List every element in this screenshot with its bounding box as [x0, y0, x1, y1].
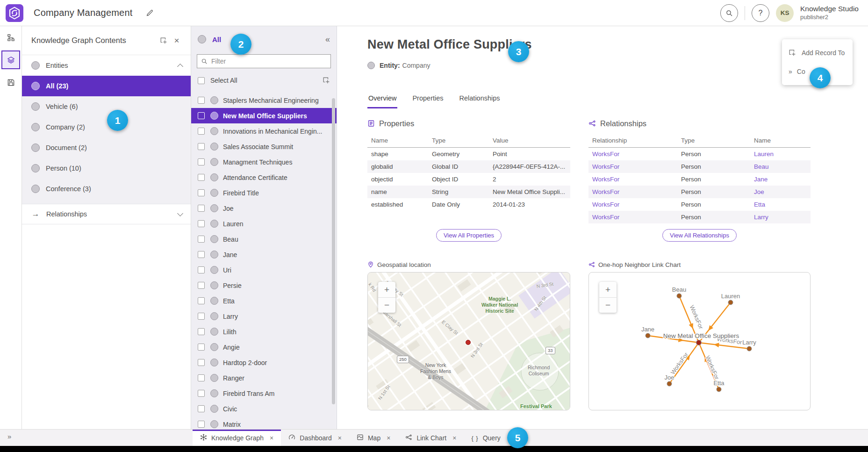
entity-type-row[interactable]: All (23) — [22, 76, 191, 96]
list-item-checkbox[interactable] — [198, 344, 205, 351]
search-button[interactable] — [720, 4, 738, 22]
map-marker-icon[interactable] — [466, 340, 471, 345]
list-item[interactable]: Hardtop 2-door — [191, 355, 337, 370]
link-chart-node[interactable] — [717, 387, 721, 392]
link-chart-center-node[interactable] — [696, 340, 702, 345]
list-item-checkbox[interactable] — [198, 220, 205, 227]
close-panel-button[interactable]: × — [170, 34, 183, 47]
tab-close-icon[interactable]: × — [452, 434, 456, 442]
list-item[interactable]: Attendance Certificate — [191, 170, 337, 185]
list-item-checkbox[interactable] — [198, 390, 205, 397]
bottom-tab-map[interactable]: Map× — [349, 430, 398, 446]
list-item-checkbox[interactable] — [198, 158, 205, 165]
bottom-tab-dashboard[interactable]: Dashboard× — [281, 430, 349, 446]
tab-close-icon[interactable]: × — [387, 434, 390, 442]
tab-properties[interactable]: Properties — [411, 92, 444, 108]
relationships-section-header[interactable]: → Relationships — [22, 204, 191, 224]
link-chart-node[interactable] — [646, 333, 650, 338]
list-item-checkbox[interactable] — [198, 251, 205, 258]
filter-box[interactable] — [197, 54, 331, 68]
entity-type-row[interactable]: Vehicle (6) — [22, 96, 191, 117]
list-item-checkbox[interactable] — [198, 143, 205, 150]
list-item-checkbox[interactable] — [198, 266, 205, 273]
cell-link[interactable]: WorksFor — [588, 198, 677, 211]
expand-bottom-left-button[interactable]: » — [7, 432, 11, 440]
cell-link[interactable]: WorksFor — [588, 211, 677, 223]
list-item-checkbox[interactable] — [198, 282, 205, 289]
cell-link[interactable]: Joe — [750, 186, 811, 198]
filter-input[interactable] — [211, 57, 327, 65]
tab-overview[interactable]: Overview — [367, 92, 397, 108]
list-item-checkbox[interactable] — [198, 297, 205, 304]
list-item-checkbox[interactable] — [198, 128, 205, 135]
list-item[interactable]: Sales Associate Summit — [191, 139, 337, 154]
list-item[interactable]: Managment Techniques — [191, 154, 337, 170]
view-all-properties-button[interactable]: View All Properties — [436, 229, 502, 242]
list-item[interactable]: Etta — [191, 293, 337, 309]
view-all-relationships-button[interactable]: View All Relationships — [662, 229, 737, 242]
list-item[interactable]: Jane — [191, 247, 337, 262]
entity-type-row[interactable]: Person (10) — [22, 158, 191, 179]
add-to-new-button[interactable] — [323, 77, 330, 84]
help-button[interactable]: ? — [752, 4, 769, 22]
link-chart-node[interactable] — [667, 381, 672, 386]
list-item-checkbox[interactable] — [198, 374, 205, 381]
link-chart-node[interactable] — [677, 294, 681, 298]
select-all-row[interactable]: Select All — [191, 71, 337, 90]
cell-link[interactable]: Jane — [750, 173, 811, 186]
tab-close-icon[interactable]: × — [270, 434, 273, 442]
zoom-in-button[interactable]: + — [599, 282, 617, 297]
list-item-checkbox[interactable] — [198, 97, 205, 104]
list-item-checkbox[interactable] — [198, 421, 205, 428]
list-item-checkbox[interactable] — [198, 174, 205, 181]
list-item[interactable]: Staplers Mechanical Engineering — [191, 93, 337, 108]
list-item-checkbox[interactable] — [198, 328, 205, 335]
list-item-checkbox[interactable] — [198, 236, 205, 243]
user-block[interactable]: Knowledge Studio publisher2 — [800, 5, 861, 21]
cell-link[interactable]: Lauren — [750, 148, 811, 161]
collapse-panel-button[interactable]: « — [325, 35, 330, 44]
list-item[interactable]: Lilith — [191, 324, 337, 339]
link-chart-card[interactable]: WorksForWorksForWorksForWorksForBeauLaur… — [588, 272, 811, 410]
list-item-checkbox[interactable] — [198, 205, 205, 212]
list-item[interactable]: Beau — [191, 231, 337, 247]
cell-link[interactable]: Beau — [750, 160, 811, 173]
list-item[interactable]: Persie — [191, 278, 337, 293]
add-to-new-button[interactable] — [157, 34, 170, 47]
list-item[interactable]: Firebird Title — [191, 185, 337, 201]
select-all-checkbox[interactable] — [198, 77, 205, 84]
list-item[interactable]: Lauren — [191, 216, 337, 231]
cell-link[interactable]: Etta — [750, 198, 811, 211]
list-item[interactable]: Angie — [191, 339, 337, 355]
tab-relationships[interactable]: Relationships — [459, 92, 501, 108]
list-item-checkbox[interactable] — [198, 313, 205, 320]
cell-link[interactable]: Larry — [750, 211, 811, 223]
list-item[interactable]: Joe — [191, 201, 337, 216]
scrollbar[interactable] — [332, 98, 335, 404]
zoom-in-button[interactable]: + — [378, 282, 395, 297]
bottom-tab-link-chart[interactable]: Link Chart× — [398, 430, 464, 446]
data-model-button[interactable] — [1, 28, 20, 47]
bottom-tab-query[interactable]: { }Query — [464, 430, 508, 446]
list-item[interactable]: Innovations in Mechanical Engin... — [191, 123, 337, 139]
cell-link[interactable]: WorksFor — [588, 173, 677, 186]
list-item[interactable]: Firebird Trans Am — [191, 386, 337, 401]
contents-button[interactable] — [1, 50, 20, 69]
list-item[interactable]: Uri — [191, 262, 337, 278]
list-item[interactable]: New Metal Office Suppliers — [191, 108, 337, 123]
list-item[interactable]: Civic — [191, 401, 337, 416]
bottom-tab-knowledge-graph[interactable]: Knowledge Graph× — [193, 430, 281, 446]
avatar[interactable]: KS — [776, 4, 794, 22]
cell-link[interactable]: WorksFor — [588, 148, 677, 161]
cell-link[interactable]: WorksFor — [588, 160, 677, 173]
entity-type-row[interactable]: Document (2) — [22, 137, 191, 158]
list-item[interactable]: Larry — [191, 309, 337, 324]
map-card[interactable]: k RdW Clay StW Marshall StE Clay StN 3rd… — [367, 272, 570, 410]
zoom-out-button[interactable]: − — [378, 297, 395, 313]
save-button[interactable] — [1, 73, 20, 92]
zoom-out-button[interactable]: − — [599, 297, 617, 313]
entity-type-row[interactable]: Conference (3) — [22, 179, 191, 199]
list-item-checkbox[interactable] — [198, 189, 205, 196]
list-item-checkbox[interactable] — [198, 405, 205, 412]
menu-item-add-record-to[interactable]: Add Record To — [782, 43, 853, 62]
